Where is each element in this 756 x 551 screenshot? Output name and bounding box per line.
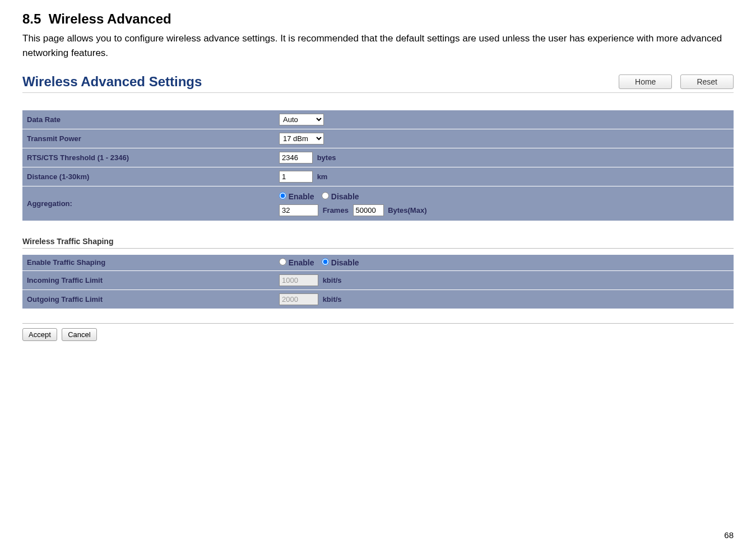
traffic-shaping-title: Wireless Traffic Shaping: [22, 237, 734, 246]
aggregation-disable-radio[interactable]: [322, 192, 329, 199]
incoming-limit-label: Incoming Traffic Limit: [22, 270, 275, 289]
transmit-power-label: Transmit Power: [22, 129, 275, 148]
traffic-disable-radio[interactable]: [322, 258, 329, 265]
transmit-power-select[interactable]: 17 dBm: [279, 133, 324, 144]
aggregation-enable-radio[interactable]: [279, 192, 286, 199]
action-buttons-row: Accept Cancel: [22, 323, 734, 341]
section-number: 8.5: [22, 11, 41, 26]
distance-unit: km: [317, 172, 328, 181]
accept-button[interactable]: Accept: [22, 328, 57, 341]
transmit-power-row: Transmit Power 17 dBm: [22, 129, 734, 148]
aggregation-enable-label: Enable: [289, 192, 314, 201]
aggregation-disable-label: Disable: [331, 192, 359, 201]
cancel-button[interactable]: Cancel: [62, 328, 96, 341]
incoming-limit-unit: kbit/s: [323, 276, 342, 284]
data-rate-select[interactable]: Auto: [279, 114, 324, 125]
rts-cts-row: RTS/CTS Threshold (1 - 2346) bytes: [22, 148, 734, 167]
aggregation-frames-input[interactable]: [279, 204, 318, 216]
aggregation-label: Aggregation:: [22, 186, 275, 221]
aggregation-bytes-input[interactable]: [353, 204, 384, 216]
home-button[interactable]: Home: [619, 74, 672, 89]
section-heading: 8.5 Wireless Advanced: [22, 11, 734, 27]
header-divider: [22, 92, 734, 93]
aggregation-frames-label: Frames: [323, 206, 349, 214]
traffic-shaping-table: Enable Traffic Shaping Enable Disable In…: [22, 254, 734, 309]
distance-row: Distance (1-30km) km: [22, 167, 734, 186]
traffic-shaping-divider: [22, 248, 734, 249]
rts-cts-input[interactable]: [279, 152, 313, 164]
traffic-enable-label: Enable: [289, 258, 314, 267]
incoming-limit-row: Incoming Traffic Limit kbit/s: [22, 270, 734, 289]
traffic-disable-label: Disable: [331, 258, 359, 267]
data-rate-row: Data Rate Auto: [22, 110, 734, 129]
outgoing-limit-label: Outgoing Traffic Limit: [22, 289, 275, 309]
outgoing-limit-input[interactable]: [279, 293, 318, 305]
aggregation-row: Aggregation: Enable Disable Frames Bytes…: [22, 186, 734, 221]
page-title: Wireless Advanced Settings: [22, 74, 202, 90]
outgoing-limit-unit: kbit/s: [323, 295, 342, 303]
distance-input[interactable]: [279, 171, 313, 183]
data-rate-label: Data Rate: [22, 110, 275, 129]
intro-paragraph: This page allows you to configure wirele…: [22, 31, 734, 60]
enable-traffic-label: Enable Traffic Shaping: [22, 254, 275, 270]
distance-label: Distance (1-30km): [22, 167, 275, 186]
section-title-text: Wireless Advanced: [49, 11, 171, 26]
traffic-shaping-section: Wireless Traffic Shaping: [22, 237, 734, 246]
reset-button[interactable]: Reset: [680, 74, 734, 89]
enable-traffic-shaping-row: Enable Traffic Shaping Enable Disable: [22, 254, 734, 270]
outgoing-limit-row: Outgoing Traffic Limit kbit/s: [22, 289, 734, 309]
settings-table: Data Rate Auto Transmit Power 17 dBm RTS…: [22, 110, 734, 221]
rts-cts-label: RTS/CTS Threshold (1 - 2346): [22, 148, 275, 167]
incoming-limit-input[interactable]: [279, 274, 318, 286]
rts-cts-unit: bytes: [317, 153, 336, 162]
traffic-enable-radio[interactable]: [279, 258, 286, 265]
aggregation-bytes-label: Bytes(Max): [388, 206, 426, 214]
